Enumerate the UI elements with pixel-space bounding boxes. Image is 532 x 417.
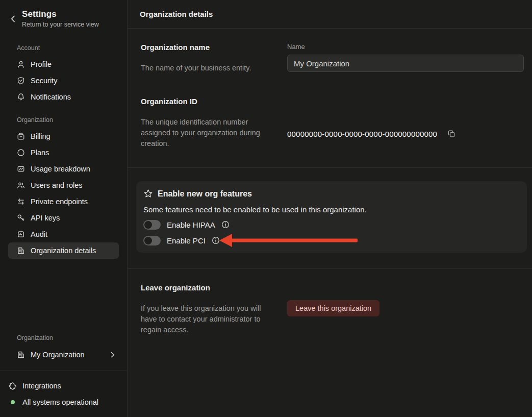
leave-org-left: Leave organization If you leave this org…: [141, 283, 275, 335]
enable-hipaa-toggle[interactable]: [143, 220, 161, 230]
sidebar-item-label: Security: [31, 77, 57, 85]
name-field-label: Name: [287, 43, 524, 51]
toggle-knob: [144, 237, 152, 244]
card-description: Some features need to be enabled to be u…: [143, 205, 520, 214]
pci-info-button[interactable]: [212, 236, 220, 244]
org-name-heading: Organization name: [141, 43, 275, 52]
sidebar-item-label: Organization details: [31, 247, 96, 255]
sidebar-item-label: Billing: [31, 132, 50, 140]
org-name-row: Organization name The name of your busin…: [141, 43, 524, 73]
system-status-link[interactable]: All systems operational: [9, 396, 119, 409]
green-status-dot: [11, 400, 15, 404]
hipaa-toggle-row: Enable HIPAA: [143, 219, 520, 230]
organization-name-input[interactable]: [287, 55, 524, 72]
wallet-icon: [17, 132, 25, 140]
puzzle-icon: [9, 382, 17, 390]
leave-org-heading: Leave organization: [141, 283, 275, 292]
integrations-link[interactable]: Integrations: [9, 379, 119, 393]
hipaa-toggle-label: Enable HIPAA: [167, 220, 215, 229]
system-status-label: All systems operational: [22, 398, 98, 406]
org-name-description: The name of your business entity.: [141, 63, 268, 73]
org-id-right: 00000000-0000-0000-0000-000000000000: [287, 97, 524, 149]
org-id-row: Organization ID The unique identificatio…: [141, 97, 524, 149]
sidebar-bottom: Organization My Organization Integration…: [0, 323, 127, 417]
leave-org-section: Leave organization If you leave this org…: [128, 269, 532, 354]
star-icon: [143, 189, 153, 199]
sidebar-item-label: Private endpoints: [31, 198, 88, 206]
sidebar-item-api-keys[interactable]: API keys: [8, 210, 119, 226]
page-header: Organization details: [128, 0, 532, 29]
circle-icon: [17, 149, 25, 157]
organization-id-value: 00000000-0000-0000-0000-000000000000: [287, 130, 437, 138]
sidebar-item-billing[interactable]: Billing: [8, 128, 119, 144]
sidebar-item-audit[interactable]: Audit: [8, 226, 119, 242]
sidebar-item-usage-breakdown[interactable]: Usage breakdown: [8, 161, 119, 177]
org-details-section: Organization name The name of your busin…: [128, 29, 532, 167]
org-switcher[interactable]: My Organization: [8, 346, 119, 363]
info-circle-icon: [221, 220, 230, 229]
usage-chart-icon: [17, 165, 25, 173]
copy-icon: [447, 130, 455, 138]
settings-sidebar: Settings Return to your service view Acc…: [0, 0, 128, 417]
pci-toggle-label: Enable PCI: [167, 236, 206, 245]
sidebar-item-security[interactable]: Security: [8, 72, 119, 89]
section-label-account: Account: [0, 44, 127, 52]
org-switcher-label: Organization: [0, 334, 127, 341]
card-title-row: Enable new org features: [143, 189, 520, 199]
sidebar-item-private-endpoints[interactable]: Private endpoints: [8, 193, 119, 210]
toggle-knob: [144, 221, 152, 229]
building-icon: [17, 351, 25, 359]
sidebar-item-label: Users and roles: [31, 181, 83, 189]
sidebar-item-users-and-roles[interactable]: Users and roles: [8, 177, 119, 193]
pci-toggle-row: Enable PCI: [143, 235, 520, 246]
shield-check-icon: [17, 77, 25, 85]
person-icon: [17, 60, 25, 68]
leave-organization-button[interactable]: Leave this organization: [287, 300, 379, 316]
sidebar-item-label: Usage breakdown: [31, 165, 90, 173]
org-id-heading: Organization ID: [141, 97, 275, 106]
key-icon: [17, 214, 25, 222]
hipaa-info-button[interactable]: [221, 220, 230, 229]
sidebar-item-profile[interactable]: Profile: [8, 56, 119, 72]
info-circle-icon: [212, 236, 220, 244]
org-id-left: Organization ID The unique identificatio…: [141, 97, 275, 149]
sidebar-title: Settings: [22, 9, 99, 19]
org-id-description: The unique identification number assigne…: [141, 117, 268, 149]
sidebar-item-plans[interactable]: Plans: [8, 144, 119, 161]
enable-features-card: Enable new org features Some features ne…: [136, 181, 527, 253]
chevron-left-icon: [11, 15, 15, 22]
page-title: Organization details: [140, 10, 213, 18]
sidebar-item-label: Plans: [31, 149, 49, 157]
enable-pci-toggle[interactable]: [143, 236, 161, 246]
sidebar-item-notifications[interactable]: Notifications: [8, 89, 119, 105]
org-name-right: Name: [287, 43, 524, 73]
leave-org-row: Leave organization If you leave this org…: [141, 283, 524, 335]
sidebar-item-organization-details[interactable]: Organization details: [8, 242, 119, 259]
leave-org-right: Leave this organization: [287, 283, 524, 335]
status-dot-icon: [9, 398, 17, 406]
users-icon: [17, 181, 25, 189]
bell-icon: [17, 93, 25, 101]
chevron-right-icon: [111, 352, 115, 358]
integrations-label: Integrations: [22, 382, 61, 390]
features-section: Enable new org features Some features ne…: [128, 168, 532, 268]
org-name-left: Organization name The name of your busin…: [141, 43, 275, 73]
red-annotation-arrow-icon: [219, 233, 358, 248]
card-title: Enable new org features: [158, 189, 252, 199]
sidebar-subtitle[interactable]: Return to your service view: [22, 21, 99, 28]
sidebar-title-block: Settings Return to your service view: [22, 9, 99, 28]
audit-icon: [17, 230, 25, 238]
sidebar-item-label: Audit: [31, 230, 47, 238]
sidebar-item-label: Profile: [31, 60, 52, 68]
sidebar-footer: Integrations All systems operational: [0, 371, 127, 417]
section-label-organization: Organization: [0, 116, 127, 124]
swap-arrows-icon: [17, 198, 25, 206]
sidebar-item-label: API keys: [31, 214, 60, 222]
settings-app: Settings Return to your service view Acc…: [0, 0, 532, 417]
copy-button[interactable]: [447, 130, 455, 138]
back-chevron-button[interactable]: [9, 15, 16, 22]
org-switcher-value: My Organization: [31, 351, 85, 359]
sidebar-header: Settings Return to your service view: [0, 0, 127, 33]
building-icon: [17, 247, 25, 255]
main-content: Organization details Organization name T…: [128, 0, 532, 417]
